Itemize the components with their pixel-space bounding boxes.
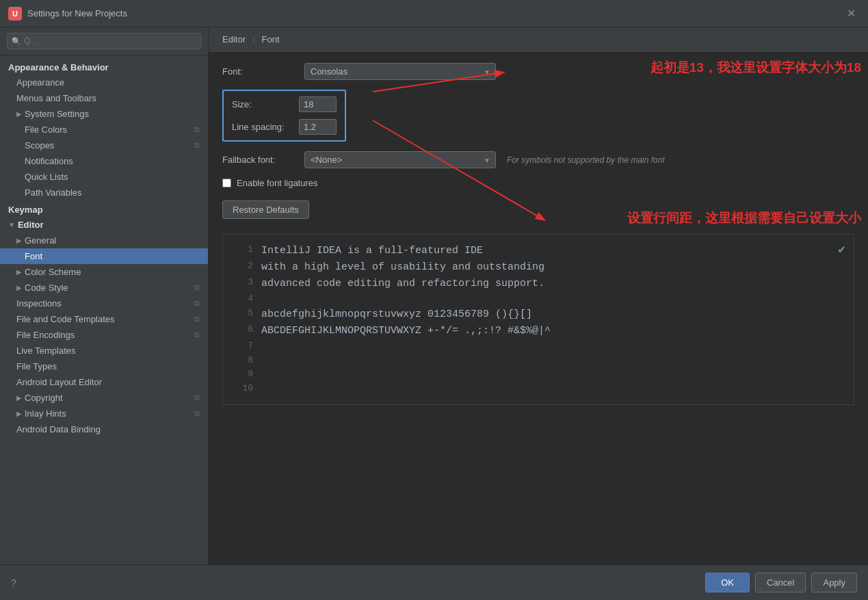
checkmark-icon: ✔ (838, 240, 845, 260)
app-icon: U (8, 7, 22, 21)
arrow-icon: ▶ (16, 268, 22, 276)
sidebar-item-general[interactable]: ▶ General (0, 233, 208, 248)
window-title: Settings for New Projects (27, 8, 843, 18)
line-spacing-row: Line spacing: (232, 119, 337, 135)
preview-line: 6 ABCDEFGHIJKLMNOPQRSTUVWXYZ +-*/= .,;:!… (234, 323, 843, 339)
close-button[interactable]: ✕ (843, 5, 860, 21)
bottom-bar: ? OK Cancel Apply (0, 564, 868, 600)
arrow-icon: ▶ (16, 110, 22, 118)
sidebar-item-inlay-hints[interactable]: ▶ Inlay Hints ⧉ (0, 406, 208, 421)
panel-header: Editor › Font (209, 27, 868, 52)
sidebar-item-inspections[interactable]: Inspections ⧉ (0, 296, 208, 311)
line-spacing-input[interactable] (299, 119, 337, 135)
search-input[interactable] (7, 33, 201, 49)
sidebar-item-system-settings[interactable]: ▶ System Settings (0, 106, 208, 122)
copy-icon: ⧉ (194, 283, 200, 292)
sidebar-item-file-encodings[interactable]: File Encodings ⧉ (0, 327, 208, 343)
sidebar-item-android-layout-editor[interactable]: Android Layout Editor (0, 374, 208, 390)
arrow-icon: ▶ (16, 394, 22, 402)
sidebar-item-scopes[interactable]: Scopes ⧉ (0, 138, 208, 153)
title-bar: U Settings for New Projects ✕ (0, 0, 868, 27)
help-button[interactable]: ? (11, 577, 16, 588)
line-spacing-label: Line spacing: (232, 122, 293, 132)
sidebar-item-copyright[interactable]: ▶ Copyright ⧉ (0, 390, 208, 406)
fallback-font-label: Fallback font: (222, 155, 304, 165)
preview-line: 2 with a high level of usability and out… (234, 259, 843, 276)
sidebar-item-editor[interactable]: ▼ Editor (0, 217, 208, 233)
sidebar-item-menus-toolbars[interactable]: Menus and Toolbars (0, 90, 208, 106)
sidebar-item-font[interactable]: Font (0, 248, 208, 264)
arrow-icon: ▶ (16, 284, 22, 291)
copy-icon: ⧉ (194, 299, 200, 308)
breadcrumb-parent: Editor (222, 34, 246, 44)
arrow-icon: ▼ (8, 221, 15, 229)
sidebar-items: Appearance & Behavior Appearance Menus a… (0, 55, 208, 564)
copy-icon: ⧉ (194, 330, 200, 339)
size-row: Size: (232, 96, 337, 112)
right-panel: Editor › Font Font: Consolas Arial Couri… (209, 27, 868, 564)
preview-area: ✔ 1 IntelliJ IDEA is a full-featured IDE… (222, 234, 854, 405)
ligatures-row: Enable font ligatures (222, 178, 854, 188)
breadcrumb-separator: › (252, 34, 255, 44)
sidebar-item-quick-lists[interactable]: Quick Lists (0, 169, 208, 185)
fallback-font-select[interactable]: <None> (304, 151, 496, 168)
annotation-bottom-right: 设置行间距，这里根据需要自己设置大小 (627, 209, 861, 227)
fallback-font-note: For symbols not supported by the main fo… (507, 155, 665, 165)
size-input[interactable] (299, 96, 337, 112)
preview-line: 1 IntelliJ IDEA is a full-featured IDE (234, 243, 843, 259)
apply-button[interactable]: Apply (811, 573, 857, 592)
copy-icon: ⧉ (194, 315, 200, 324)
restore-defaults-button[interactable]: Restore Defaults (222, 200, 309, 219)
font-label: Font: (222, 66, 304, 77)
sidebar-item-android-data-binding[interactable]: Android Data Binding (0, 421, 208, 437)
sidebar-item-live-templates[interactable]: Live Templates (0, 343, 208, 358)
preview-line: 8 (234, 354, 843, 368)
panel-body: Font: Consolas Arial Courier New Monospa… (209, 52, 868, 564)
ligatures-checkbox[interactable] (222, 179, 231, 187)
preview-line: 3 advanced code editing and refactoring … (234, 276, 843, 292)
copy-icon: ⧉ (194, 409, 200, 418)
font-select-wrapper: Consolas Arial Courier New Monospaced ▼ (304, 63, 496, 80)
highlighted-settings-box: Size: Line spacing: (222, 90, 346, 142)
main-content: 🔍 Appearance & Behavior Appearance Menus… (0, 27, 868, 564)
copy-icon: ⧉ (194, 141, 200, 150)
font-select[interactable]: Consolas Arial Courier New Monospaced (304, 63, 496, 80)
sidebar-item-file-colors[interactable]: File Colors ⧉ (0, 122, 208, 138)
arrow-icon: ▶ (16, 237, 22, 244)
preview-line: 4 (234, 292, 843, 306)
cancel-button[interactable]: Cancel (755, 573, 806, 592)
search-bar: 🔍 (0, 27, 208, 55)
preview-line: 9 (234, 367, 843, 382)
preview-line: 10 (234, 382, 843, 396)
sidebar-item-keymap[interactable]: Keymap (0, 200, 208, 217)
preview-line: 5 abcdefghijklmnopqrstuvwxyz 0123456789 … (234, 306, 843, 323)
ok-button[interactable]: OK (705, 573, 750, 592)
sidebar-item-path-variables[interactable]: Path Variables (0, 185, 208, 200)
copy-icon: ⧉ (194, 393, 200, 402)
sidebar-item-file-code-templates[interactable]: File and Code Templates ⧉ (0, 311, 208, 327)
preview-line: 7 (234, 339, 843, 354)
sidebar-item-code-style[interactable]: ▶ Code Style ⧉ (0, 280, 208, 296)
fallback-font-select-wrapper: <None> ▼ (304, 151, 496, 168)
size-linespacing-row: Size: Line spacing: (222, 90, 854, 142)
sidebar-item-notifications[interactable]: Notifications (0, 153, 208, 169)
breadcrumb-current: Font (262, 34, 280, 44)
arrow-icon: ▶ (16, 410, 22, 417)
size-label: Size: (232, 99, 293, 109)
sidebar-item-appearance-behavior[interactable]: Appearance & Behavior (0, 58, 208, 75)
panel-content: Font: Consolas Arial Courier New Monospa… (209, 52, 868, 564)
sidebar-item-file-types[interactable]: File Types (0, 358, 208, 374)
copy-icon: ⧉ (194, 125, 200, 134)
sidebar-item-color-scheme[interactable]: ▶ Color Scheme (0, 264, 208, 280)
fallback-font-row: Fallback font: <None> ▼ For symbols not … (222, 151, 854, 168)
font-row: Font: Consolas Arial Courier New Monospa… (222, 63, 854, 80)
sidebar: 🔍 Appearance & Behavior Appearance Menus… (0, 27, 209, 564)
search-icon: 🔍 (12, 37, 21, 46)
ligatures-label[interactable]: Enable font ligatures (237, 178, 318, 188)
sidebar-item-appearance[interactable]: Appearance (0, 75, 208, 90)
